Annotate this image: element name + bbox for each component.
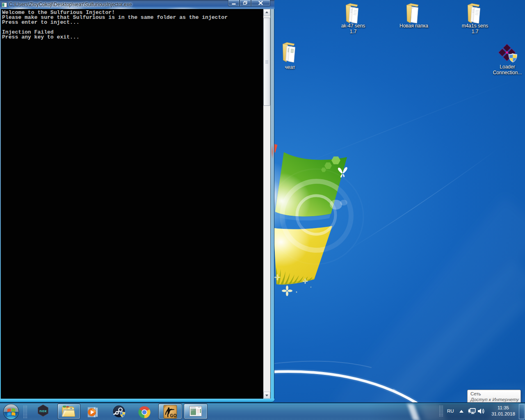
svg-text:GO: GO xyxy=(170,413,177,418)
svg-text:nox: nox xyxy=(39,409,47,413)
